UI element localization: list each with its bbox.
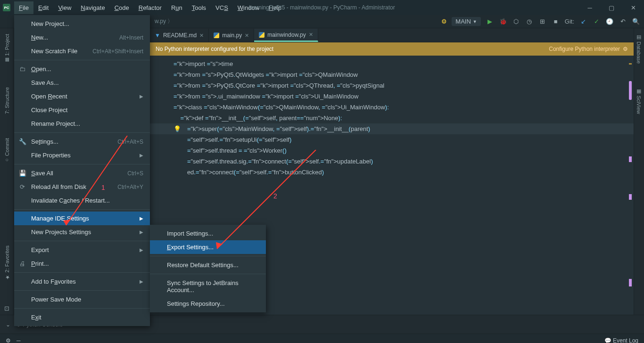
editor-tabs: ▼README.md✕ main.py✕ mainwindow.py✕ — [150, 28, 634, 42]
menu-view[interactable]: View — [53, 1, 76, 14]
tab-mainwindow[interactable]: mainwindow.py✕ — [254, 29, 318, 42]
menu-file[interactable]: File — [14, 1, 33, 14]
manage-ide-submenu: Import Settings... Export Settings... Re… — [150, 225, 266, 312]
run-config-selector[interactable]: MAIN ▼ — [452, 17, 480, 26]
git-history-icon[interactable]: 🕘 — [605, 17, 614, 26]
tool-tab-sciview[interactable]: ▦ SciView — [635, 85, 643, 117]
tool-tab-database[interactable]: ▤ Database — [635, 31, 643, 66]
chevron-down-icon: ▼ — [473, 19, 477, 24]
window-title: learningPyQt5 - mainwindow.py - PyCharm … — [249, 4, 395, 11]
settings-icon[interactable]: ⚙ — [6, 337, 11, 343]
submenu-restore-defaults[interactable]: Restore Default Settings... — [150, 258, 266, 272]
menu-run[interactable]: Run — [166, 1, 187, 14]
tool-window-bar: ⚙ ─ 💬 Event Log — [0, 334, 644, 343]
menu-item-new[interactable]: New...Alt+Insert — [14, 31, 150, 44]
run-config-label: MAIN — [455, 18, 471, 25]
save-icon: 💾 — [19, 170, 25, 177]
menu-item-close-project[interactable]: Close Project — [14, 103, 150, 117]
menu-item-power-save[interactable]: Power Save Mode — [14, 293, 150, 306]
menu-vcs[interactable]: VCS — [211, 1, 233, 14]
profile-button[interactable]: ◷ — [525, 17, 534, 26]
menu-edit[interactable]: Edit — [33, 1, 53, 14]
git-label: Git: — [565, 18, 574, 25]
python-icon: ⚙ — [441, 18, 447, 25]
app-icon: PC — [3, 4, 10, 11]
menu-item-reload[interactable]: ⟳Reload All from DiskCtrl+Alt+Y — [14, 180, 150, 194]
minimize-button[interactable]: ─ — [579, 0, 601, 15]
submenu-import-settings[interactable]: Import Settings... — [150, 227, 266, 240]
menu-item-new-projects-settings[interactable]: New Projects Settings▶ — [14, 225, 150, 239]
menu-tools[interactable]: Tools — [187, 1, 211, 14]
minimize-tool-icon[interactable]: ─ — [17, 337, 21, 343]
close-tab-icon[interactable]: ✕ — [245, 33, 249, 39]
debug-button[interactable]: 🐞 — [499, 17, 507, 26]
python-file-icon — [214, 33, 219, 38]
reload-icon: ⟳ — [19, 183, 25, 190]
folder-icon: 🗀 — [19, 65, 25, 73]
submenu-settings-repo[interactable]: Settings Repository... — [150, 297, 266, 310]
wrench-icon: 🔧 — [19, 138, 25, 145]
git-rollback-icon[interactable]: ↶ — [619, 17, 627, 26]
menu-item-scratch[interactable]: New Scratch FileCtrl+Alt+Shift+Insert — [14, 44, 150, 58]
menu-item-rename-project[interactable]: Rename Project... — [14, 117, 150, 131]
run-button[interactable]: ▶ — [486, 17, 494, 26]
menu-item-print[interactable]: 🖨Print... — [14, 257, 150, 270]
menu-item-exit[interactable]: Exit — [14, 310, 150, 324]
interpreter-warning-bar: No Python interpreter configured for the… — [150, 42, 634, 56]
menu-item-manage-ide[interactable]: Manage IDE Settings▶ — [14, 212, 150, 225]
search-icon[interactable]: 🔍 — [632, 17, 640, 26]
close-tab-icon[interactable]: ✕ — [309, 32, 313, 38]
tool-tab-structure[interactable]: 7: Structure — [3, 84, 11, 117]
close-button[interactable]: ✕ — [622, 0, 644, 15]
menu-item-add-favorites[interactable]: Add to Favorites▶ — [14, 275, 150, 288]
terminal-toggle-icon[interactable]: ⌄ — [6, 321, 10, 328]
git-update-icon[interactable]: ↙ — [579, 17, 587, 26]
warning-text: No Python interpreter configured for the… — [156, 46, 273, 52]
file-menu-dropdown: New Project... New...Alt+Insert New Scra… — [14, 15, 150, 326]
concurrency-button[interactable]: ⊞ — [538, 17, 547, 26]
menu-item-open-recent[interactable]: Open Recent▶ — [14, 90, 150, 103]
tool-strip-toggle[interactable]: ⊡ — [1, 302, 12, 315]
menu-item-settings[interactable]: 🔧Settings...Ctrl+Alt+S — [14, 135, 150, 148]
print-icon: 🖨 — [19, 260, 25, 267]
submenu-sync-jetbrains[interactable]: Sync Settings to JetBrains Account... — [150, 276, 266, 297]
menu-item-save-as[interactable]: Save As... — [14, 76, 150, 90]
menu-code[interactable]: Code — [110, 1, 134, 14]
python-file-icon — [259, 32, 264, 38]
menu-item-invalidate[interactable]: Invalidate Caches / Restart... — [14, 194, 150, 207]
menu-refactor[interactable]: Refactor — [134, 1, 166, 14]
tool-tab-commit[interactable]: ○ Commit — [3, 135, 11, 166]
menu-navigate[interactable]: Navigate — [76, 1, 109, 14]
menu-item-save-all[interactable]: 💾Save AllCtrl+S — [14, 166, 150, 180]
tool-tab-favorites[interactable]: ★ 2: Favorites — [3, 243, 11, 283]
menu-item-file-properties[interactable]: File Properties▶ — [14, 148, 150, 162]
stop-button[interactable]: ■ — [552, 17, 560, 26]
tool-tab-project[interactable]: ▦ 1: Project — [3, 31, 11, 65]
maximize-button[interactable]: ▢ — [601, 0, 622, 15]
right-tool-strip: ▤ Database ▦ SciView — [634, 28, 644, 315]
title-bar: PC File Edit View Navigate Code Refactor… — [0, 0, 644, 15]
menu-item-open[interactable]: 🗀Open... — [14, 62, 150, 76]
tab-readme[interactable]: ▼README.md✕ — [150, 29, 209, 42]
menubar: File Edit View Navigate Code Refactor Ru… — [14, 1, 286, 14]
menu-item-new-project[interactable]: New Project... — [14, 17, 150, 31]
left-tool-strip: ▦ 1: Project 7: Structure ○ Commit ★ 2: … — [0, 28, 14, 315]
event-log-tab[interactable]: 💬 Event Log — [604, 337, 638, 343]
annotation-label-2: 2 — [273, 192, 277, 200]
coverage-button[interactable]: ⬡ — [512, 17, 520, 26]
tab-main[interactable]: main.py✕ — [209, 29, 254, 42]
close-tab-icon[interactable]: ✕ — [199, 33, 204, 39]
configure-interpreter-link[interactable]: Configure Python interpreter ⚙ — [549, 46, 628, 52]
git-commit-icon[interactable]: ✓ — [592, 17, 601, 26]
annotation-label-1: 1 — [101, 184, 105, 191]
submenu-export-settings[interactable]: Export Settings... — [150, 240, 266, 254]
menu-item-export[interactable]: Export▶ — [14, 243, 150, 257]
gear-icon[interactable]: ⚙ — [623, 46, 628, 52]
